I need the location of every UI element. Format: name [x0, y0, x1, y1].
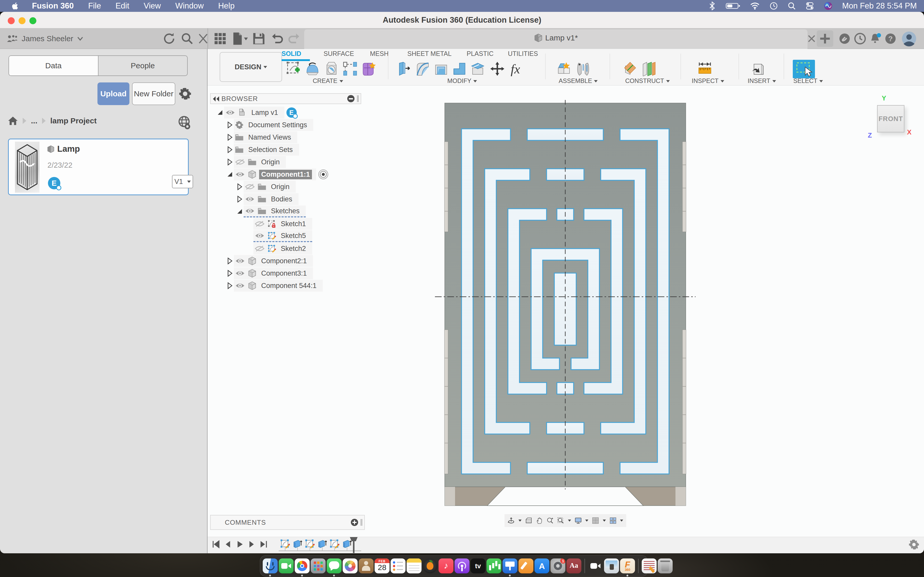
modify-shell-icon[interactable] [434, 61, 449, 76]
create-form-icon[interactable] [305, 61, 320, 76]
tree-label[interactable]: Origin [259, 157, 282, 167]
dock-app-contacts[interactable] [359, 558, 373, 574]
tree-row-sketches[interactable]: Sketches [236, 206, 306, 218]
tree-label[interactable]: Sketch1 [279, 219, 308, 229]
wifi-icon[interactable] [750, 2, 760, 10]
tree-label[interactable]: Component 544:1 [259, 281, 319, 290]
project-item-lamp[interactable]: Lamp 2/23/22 E V1 [8, 139, 189, 195]
undo-icon[interactable] [270, 32, 284, 45]
notifications-bell-icon[interactable] [869, 32, 882, 45]
panel-drag-handle[interactable] [357, 95, 359, 102]
dock-app-trash[interactable] [657, 558, 673, 574]
menu-app-name[interactable]: Fusion 360 [32, 1, 74, 11]
tree-label[interactable]: Lamp v1 [249, 108, 280, 118]
breadcrumb-ellipsis[interactable]: ... [31, 116, 37, 125]
dock-app-launchpad[interactable] [311, 558, 326, 574]
create-pattern-icon[interactable] [342, 61, 358, 76]
viewcube-face-label[interactable]: FRONT [879, 115, 903, 123]
modify-move-icon[interactable] [490, 61, 505, 76]
timeline-go-to-start-button[interactable] [212, 540, 220, 549]
dock-app-photos[interactable] [342, 558, 358, 574]
tree-label[interactable]: Component2:1 [259, 256, 309, 266]
search-icon[interactable] [181, 32, 194, 45]
dock-app-appstore[interactable]: A [535, 558, 549, 574]
data-panel-grid-icon[interactable] [213, 32, 227, 45]
redo-icon[interactable] [288, 32, 301, 45]
document-tab[interactable]: Lamp v1* [304, 29, 808, 49]
ribbon-tab-sheet-metal[interactable]: SHEET METAL [407, 50, 451, 58]
timeline-play-button[interactable] [235, 540, 244, 549]
ribbon-tab-surface[interactable]: SURFACE [323, 50, 354, 58]
dock-app-zoomapp[interactable] [588, 558, 603, 574]
close-tab-icon[interactable] [805, 32, 818, 45]
file-menu-icon[interactable] [231, 32, 248, 45]
group-label-insert[interactable]: INSERT [748, 77, 776, 84]
group-label-inspect[interactable]: INSPECT [692, 77, 724, 84]
dock-app-chrome[interactable] [295, 558, 310, 574]
timeline-step-back-button[interactable] [223, 540, 232, 549]
tree-label[interactable]: Sketch2 [279, 244, 308, 253]
menu-help[interactable]: Help [218, 1, 234, 11]
chevron-down-icon[interactable] [585, 519, 588, 522]
browser-display-toggle-icon[interactable] [347, 95, 354, 102]
dock-app-settings[interactable]: 1 [551, 558, 565, 574]
new-folder-button[interactable]: New Folder [132, 82, 175, 105]
job-status-clock-icon[interactable] [854, 32, 866, 45]
browser-header[interactable]: BROWSER [210, 93, 361, 104]
bluetooth-icon[interactable] [708, 2, 716, 10]
zoom-window-tool-icon[interactable] [557, 516, 564, 526]
tree-label[interactable]: Component3:1 [259, 269, 309, 278]
tree-row-named-views[interactable]: Named Views [226, 131, 297, 143]
workspace-selector[interactable]: DESIGN [220, 52, 282, 82]
timeline-go-to-end-button[interactable] [259, 540, 268, 549]
panel-drag-handle[interactable] [361, 519, 362, 526]
dock-app-podcasts[interactable] [454, 558, 470, 574]
tree-row-component2-1[interactable]: Component2:1 [226, 255, 313, 267]
group-label-assemble[interactable]: ASSEMBLE [559, 77, 598, 84]
dock-app-flstudio[interactable] [423, 558, 438, 574]
timeline-step-forward-button[interactable] [247, 540, 256, 549]
tree-row-lamp-v1[interactable]: Lamp v1E [216, 106, 297, 118]
tree-row-document-settings[interactable]: Document Settings [226, 119, 313, 131]
user-menu[interactable]: James Sheeler [6, 31, 83, 46]
dock-app-numbers[interactable] [486, 558, 501, 574]
tree-label[interactable]: Selection Sets [246, 145, 295, 155]
select-tool-active[interactable] [793, 60, 815, 78]
ribbon-tab-mesh[interactable]: MESH [370, 50, 389, 58]
viewport-settings-gear-icon[interactable] [908, 539, 920, 550]
dock-app-music[interactable]: ♪ [439, 558, 454, 574]
menu-view[interactable]: View [144, 1, 161, 11]
menu-clock[interactable]: Mon Feb 28 5:54 PM [842, 1, 917, 11]
dock-app-notes[interactable] [407, 558, 422, 574]
user-avatar[interactable] [901, 31, 917, 47]
tree-row-sketch2[interactable]: Sketch2 [246, 243, 312, 255]
modify-change-parameters-icon[interactable]: fx [509, 61, 526, 76]
save-icon[interactable] [252, 32, 265, 45]
ribbon-tab-utilities[interactable]: UTILITIES [508, 50, 538, 58]
dock-app-pages[interactable] [519, 558, 533, 574]
siri-icon[interactable] [824, 2, 832, 10]
chevron-down-icon[interactable] [603, 519, 606, 522]
tree-label[interactable]: Named Views [246, 133, 293, 142]
modify-combine-icon[interactable] [452, 61, 467, 76]
create-sketch-icon[interactable] [286, 61, 301, 76]
control-center-icon[interactable] [806, 2, 814, 10]
construct-offset-plane-icon[interactable] [641, 61, 656, 76]
assemble-new-component-icon[interactable] [557, 61, 572, 76]
tree-row-component3-1[interactable]: Component3:1 [226, 268, 313, 279]
menu-window[interactable]: Window [175, 1, 204, 11]
sync-refresh-icon[interactable] [162, 32, 176, 45]
version-dropdown[interactable]: V1 [172, 175, 193, 188]
modify-offset-face-icon[interactable] [470, 61, 485, 76]
dock-app-preview[interactable] [604, 558, 619, 574]
upload-button[interactable]: Upload [97, 82, 129, 105]
inspect-measure-icon[interactable] [697, 61, 712, 76]
group-label-modify[interactable]: MODIFY [447, 77, 477, 84]
breadcrumb-project[interactable]: lamp Project [50, 116, 97, 125]
assemble-joint-icon[interactable] [576, 61, 591, 76]
tab-people[interactable]: People [98, 56, 187, 76]
tree-label[interactable]: Sketch5 [279, 231, 308, 240]
ribbon-tab-plastic[interactable]: PLASTIC [467, 50, 493, 58]
extensions-icon[interactable] [838, 32, 851, 45]
model-viewport[interactable]: FRONT Z Y X BROWSER Lamp v1EDocument Set… [208, 85, 924, 553]
